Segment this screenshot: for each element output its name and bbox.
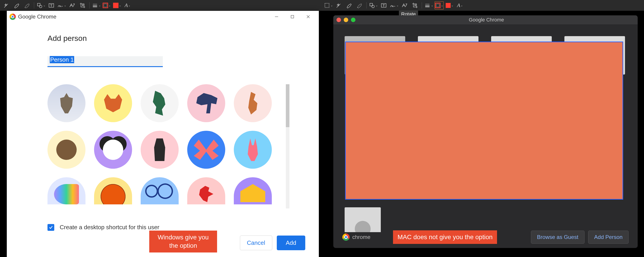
add-button[interactable]: Add [277,236,305,250]
line-style-icon[interactable]: ⌄ [92,1,101,9]
border-color-swatch[interactable]: ⌄ [434,1,444,9]
line-style-icon[interactable]: ⌄ [424,1,433,9]
chevron-down-icon: ⌄ [431,4,433,7]
avatar-scroll-area [48,84,287,209]
dialog-footer: chrome MAC does not give you the option … [333,226,638,248]
chevron-down-icon: ⌄ [128,4,130,7]
brush-icon[interactable] [12,1,21,9]
svg-point-6 [372,5,374,8]
chevron-down-icon: ⌄ [396,4,399,7]
scrollbar-thumb[interactable] [286,84,290,127]
chevron-down-icon: ⌄ [119,4,121,7]
chevron-down-icon: ⌄ [108,4,111,7]
mac-titlebar: Google Chrome [333,15,638,24]
left-pane: ⌄ ⌄ ⌄ ⌄ ⌄ A⌄ Google Chrome Add person Pe… [0,0,322,257]
close-button[interactable] [300,11,316,22]
avatar-origami-monkey[interactable] [48,131,86,169]
avatar-origami-cat[interactable] [48,84,86,122]
svg-rect-4 [325,3,329,7]
wand-icon[interactable] [2,1,11,9]
annotation-callout-mac: MAC does not give you the option [393,230,497,244]
desktop-shortcut-row: Create a desktop shortcut for this user [48,224,160,231]
chevron-down-icon: ⌄ [64,4,66,7]
editor-toolbar-right: ⌄ ⌄ ⌄ Rotate ⌄ ⌄ ⌄ A⌄ [322,0,644,11]
desktop-shortcut-checkbox[interactable] [48,224,54,231]
avatar-origami-unicorn[interactable] [48,177,86,204]
avatar-origami-rabbit[interactable] [234,131,272,169]
shape-icon[interactable]: ⌄ [369,1,378,9]
chevron-down-icon: ⌄ [441,4,443,7]
avatar-grid [48,84,287,169]
chrome-logo-icon [342,234,350,241]
maximize-button[interactable] [351,18,356,22]
avatar-origami-bird[interactable] [187,177,225,204]
shape-icon[interactable]: ⌄ [36,1,46,9]
avatar-origami-fox[interactable] [94,84,132,122]
avatar-origami-penguin[interactable] [141,131,179,169]
avatar-origami-butterfly[interactable] [187,131,225,169]
avatar-origami-panda[interactable] [94,131,132,169]
chrome-logo-icon [10,13,16,20]
minimize-button[interactable] [344,18,348,22]
eraser-icon[interactable] [355,1,364,9]
dialog-body: chrome MAC does not give you the option … [333,24,638,248]
font-style-icon[interactable]: A⌄ [123,1,132,9]
signature-icon[interactable]: ⌄ [390,1,399,9]
signature-icon[interactable]: ⌄ [57,1,66,9]
toolbar-separator [366,2,366,8]
notes-icon[interactable]: Rotate [400,1,409,9]
chrome-brand: chrome [342,234,370,241]
person-name-input[interactable]: Person 1 [48,56,163,67]
avatar-grid-row3 [48,177,287,204]
annotation-callout-windows: Windows give you the option [149,231,217,253]
window-title: Google Chrome [356,17,617,23]
svg-point-1 [39,5,42,8]
chrome-brand-label: chrome [352,234,370,240]
avatar-origami-elephant[interactable] [187,84,225,122]
toolbar-separator [89,2,90,8]
editor-toolbar-left: ⌄ ⌄ ⌄ ⌄ ⌄ A⌄ [0,0,322,11]
brush-icon[interactable] [344,1,354,9]
browse-as-guest-button[interactable]: Browse as Guest [531,231,584,244]
chevron-down-icon: ⌄ [98,4,101,7]
avatar-origami-dragon[interactable] [141,84,179,122]
maximize-button[interactable] [284,11,300,22]
fill-color-swatch[interactable]: ⌄ [445,1,454,9]
wand-icon[interactable] [334,1,343,9]
chevron-down-icon: ⌄ [376,4,378,7]
minimize-button[interactable] [269,11,284,22]
chrome-profile-dialog-mac: Google Chrome chrome MAC does not give y… [333,15,638,248]
right-pane: ⌄ ⌄ ⌄ Rotate ⌄ ⌄ ⌄ A⌄ Google Chrome [322,0,644,257]
traffic-lights [336,18,356,22]
border-color-swatch[interactable]: ⌄ [102,1,111,9]
chrome-add-person-dialog-windows: Google Chrome Add person Person 1 [7,11,319,257]
window-titlebar: Google Chrome [7,11,319,22]
crop-icon[interactable] [78,1,87,9]
cancel-button[interactable]: Cancel [240,236,272,250]
desktop-shortcut-label: Create a desktop shortcut for this user [60,224,160,231]
font-style-icon[interactable]: A⌄ [456,1,464,9]
toolbar-separator [34,2,34,8]
avatar-cheese[interactable] [234,177,272,204]
dialog-actions: Cancel Add [240,236,305,250]
avatar-basketball[interactable] [94,177,132,204]
text-icon[interactable] [47,1,56,9]
avatar-origami-squirrel[interactable] [234,84,272,122]
window-title: Google Chrome [18,13,56,20]
eraser-icon[interactable] [22,1,32,9]
dialog-body: Add person Person 1 [7,22,319,209]
avatar-bicycle[interactable] [141,177,179,204]
crop-icon[interactable] [410,1,420,9]
svg-rect-3 [291,15,294,18]
notes-icon[interactable] [68,1,77,9]
chevron-down-icon: ⌄ [460,4,463,7]
dialog-heading: Add person [48,34,283,43]
close-button[interactable] [336,18,341,22]
add-person-button[interactable]: Add Person [588,231,628,244]
marquee-icon[interactable]: ⌄ [324,1,333,9]
toolbar-separator [422,2,422,8]
chevron-down-icon: ⌄ [451,4,454,7]
annotation-redaction-rectangle[interactable] [345,41,623,200]
fill-color-swatch[interactable]: ⌄ [112,1,122,9]
text-icon[interactable] [379,1,388,9]
